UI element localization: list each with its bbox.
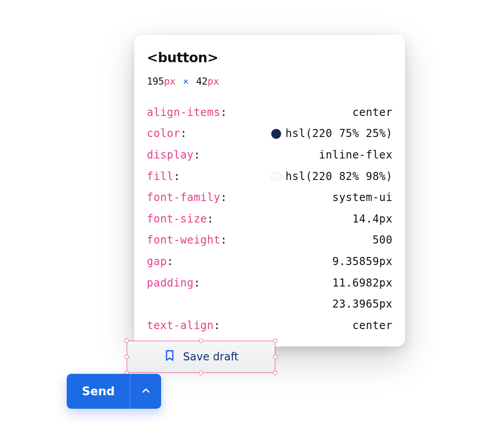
bookmark-icon [163,349,176,364]
color-swatch-icon [271,171,281,181]
inspected-tag-name: <button> [147,45,393,70]
css-prop-name: font-family [147,191,220,204]
css-prop-name: font-weight [147,234,220,246]
send-button-group: Send [67,374,161,409]
css-properties-list: align-items: center color: hsl(220 75% 2… [147,103,393,336]
px-unit: px [164,76,175,87]
save-draft-button[interactable]: Save draft [127,341,275,373]
save-draft-label: Save draft [183,351,239,363]
send-dropdown-toggle[interactable] [130,374,161,409]
css-prop-value: center [352,103,393,123]
css-prop-name: gap [147,255,167,268]
css-prop-value: system-ui [332,188,393,208]
css-prop-value: 9.35859px [332,252,393,272]
px-unit: px [208,76,219,87]
css-prop-name: text-align [147,319,214,332]
width-value: 195 [147,76,164,87]
css-prop-name: align-items [147,106,220,119]
chevron-up-icon [141,386,151,397]
css-inspector-tooltip: <button> 195px × 42px align-items: cente… [134,35,405,347]
css-prop-name: fill [147,170,174,183]
css-prop-value: center [352,316,393,336]
css-prop-name: padding [147,277,194,289]
inspected-dimensions: 195px × 42px [147,72,393,91]
css-prop-value: 11.6982px [332,273,393,294]
send-label: Send [82,385,115,398]
css-prop-name: color [147,127,180,140]
height-value: 42 [196,76,208,87]
color-swatch-icon [271,129,281,139]
send-button[interactable]: Send [67,374,130,409]
css-prop-value: hsl(220 75% 25%) [286,124,393,144]
css-prop-name: display [147,149,194,161]
css-prop-value: inline-flex [319,145,393,166]
css-prop-value: hsl(220 82% 98%) [286,167,393,187]
css-prop-value: 14.4px [352,209,393,230]
css-prop-value-line2: 23.3965px [332,298,393,310]
times-glyph: × [183,76,189,87]
inspected-button-wrapper: Save draft [127,341,275,373]
css-prop-name: font-size [147,213,207,225]
css-prop-value: 500 [372,230,393,251]
